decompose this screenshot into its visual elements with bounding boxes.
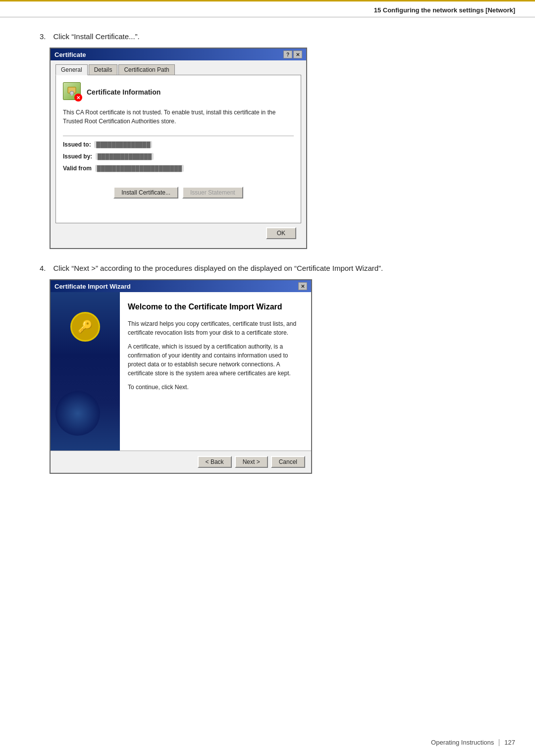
tab-general[interactable]: General xyxy=(55,64,88,75)
valid-from-value: ██████████████████████ xyxy=(95,165,184,172)
wizard-title: Certificate Import Wizard xyxy=(54,283,131,290)
wizard-desc3: To continue, click Next. xyxy=(128,383,303,392)
footer-divider xyxy=(499,739,499,746)
dialog-titlebar: Certificate ? ✕ xyxy=(51,49,306,60)
wizard-content: Welcome to the Certificate Import Wizard… xyxy=(120,292,311,451)
cancel-button[interactable]: Cancel xyxy=(271,456,305,468)
wizard-key-icon: 🔑 xyxy=(70,312,100,342)
dialog-body: General Details Certification Path xyxy=(51,60,306,248)
wizard-body: 🔑 Welcome to the Certificate Import Wiza… xyxy=(51,292,311,451)
issuer-statement-button[interactable]: Issuer Statement xyxy=(182,187,243,199)
wizard-desc1: This wizard helps you copy certificates,… xyxy=(128,319,303,337)
step-3: 3. Click “Install Certificate...”. Certi… xyxy=(40,32,495,249)
titlebar-buttons: ? ✕ xyxy=(283,50,302,58)
chapter-title: 15 Configuring the network settings [Net… xyxy=(374,6,515,14)
back-button[interactable]: < Back xyxy=(198,456,232,468)
cert-error-badge: ✕ xyxy=(74,94,82,101)
wizard-footer: < Back Next > Cancel xyxy=(51,451,311,473)
step4-instruction: 4. Click “Next >” according to the proce… xyxy=(40,264,495,272)
wizard-desc2: A certificate, which is issued by a cert… xyxy=(128,342,303,378)
close-button[interactable]: ✕ xyxy=(293,50,302,58)
cert-icon-inner: ✕ xyxy=(63,82,81,100)
tab-content-general: ✕ Certificate Information This CA Root c… xyxy=(55,75,301,223)
svg-rect-2 xyxy=(71,94,73,96)
install-certificate-button[interactable]: Install Certificate... xyxy=(113,187,178,199)
issued-to-value: ██████████████ xyxy=(94,141,152,148)
page-number: 127 xyxy=(504,739,515,746)
wizard-titlebar: Certificate Import Wizard ✕ xyxy=(51,280,311,292)
valid-from-label: Valid from xyxy=(63,165,92,172)
cert-info-title: Certificate Information xyxy=(87,88,160,96)
issued-by-value: ██████████████ xyxy=(96,153,154,160)
wizard-close-button[interactable]: ✕ xyxy=(298,282,307,290)
wizard-dialog: Certificate Import Wizard ✕ 🔑 Welcome to… xyxy=(50,279,312,474)
cert-icon-row: ✕ Certificate Information xyxy=(63,82,294,102)
cert-action-buttons: Install Certificate... Issuer Statement xyxy=(63,182,294,199)
step3-instruction: 3. Click “Install Certificate...”. xyxy=(40,32,495,41)
footer-text: Operating Instructions xyxy=(431,739,494,746)
tab-details[interactable]: Details xyxy=(89,64,118,75)
page-header: 15 Configuring the network settings [Net… xyxy=(0,0,535,17)
help-button[interactable]: ? xyxy=(283,50,292,58)
dialog-footer: OK xyxy=(55,223,301,243)
issued-by-field: Issued by: ██████████████ xyxy=(63,153,294,160)
certificate-dialog: Certificate ? ✕ General Details Certif xyxy=(50,48,307,249)
issued-by-label: Issued by: xyxy=(63,153,92,160)
cert-icon: ✕ xyxy=(63,82,83,102)
dialog-title: Certificate xyxy=(54,51,86,58)
wizard-welcome-title: Welcome to the Certificate Import Wizard xyxy=(128,302,303,312)
issued-to-field: Issued to: ██████████████ xyxy=(63,141,294,148)
page-footer: Operating Instructions 127 xyxy=(431,739,515,746)
valid-from-field: Valid from ██████████████████████ xyxy=(63,165,294,172)
next-button[interactable]: Next > xyxy=(235,456,268,468)
wizard-sidebar: 🔑 xyxy=(51,292,120,451)
issued-to-label: Issued to: xyxy=(63,141,91,148)
tab-bar: General Details Certification Path xyxy=(55,64,301,75)
step-4: 4. Click “Next >” according to the proce… xyxy=(40,264,495,474)
tab-certification-path[interactable]: Certification Path xyxy=(118,64,174,75)
cert-divider xyxy=(63,136,294,136)
ok-button[interactable]: OK xyxy=(266,227,296,239)
wizard-sidebar-decoration xyxy=(55,391,100,436)
cert-warning-text: This CA Root certificate is not trusted.… xyxy=(63,108,294,126)
